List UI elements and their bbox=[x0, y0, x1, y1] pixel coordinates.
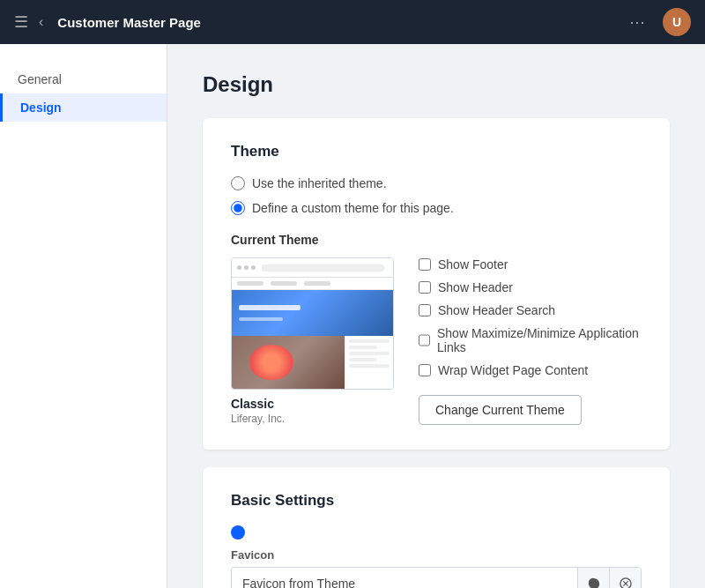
theme-radio-group: Use the inherited theme. Define a custom… bbox=[231, 176, 642, 215]
favicon-input-row: Favicon from Theme bbox=[231, 567, 642, 588]
page-title: Design bbox=[203, 72, 670, 97]
preview-line-4 bbox=[349, 358, 377, 361]
theme-company: Liferay, Inc. bbox=[231, 413, 394, 425]
theme-card: Theme Use the inherited theme. Define a … bbox=[203, 118, 670, 450]
preview-dot-2 bbox=[244, 265, 249, 270]
checkbox-show-header-input[interactable] bbox=[419, 281, 431, 294]
preview-dot-1 bbox=[237, 265, 241, 270]
back-button[interactable]: ‹ bbox=[39, 14, 43, 30]
change-theme-btn-wrapper: Change Current Theme bbox=[419, 377, 642, 425]
preview-sidebar bbox=[345, 336, 393, 389]
favicon-label: Favicon bbox=[231, 548, 642, 562]
checkbox-wrap-widget[interactable]: Wrap Widget Page Content bbox=[419, 363, 642, 377]
sidebar: General Design bbox=[0, 44, 167, 588]
preview-hero-content bbox=[239, 305, 301, 321]
radio-inherited[interactable]: Use the inherited theme. bbox=[231, 176, 642, 190]
current-theme-label: Current Theme bbox=[231, 233, 642, 247]
basic-settings-title: Basic Settings bbox=[231, 492, 642, 510]
theme-preview-wrapper: Classic Liferay, Inc. bbox=[231, 257, 394, 425]
favicon-value: Favicon from Theme bbox=[232, 569, 577, 588]
checkbox-wrap-widget-input[interactable] bbox=[419, 364, 431, 376]
page-breadcrumb: Customer Master Page bbox=[57, 15, 619, 30]
theme-card-title: Theme bbox=[231, 143, 642, 160]
preview-hero-sub bbox=[239, 317, 283, 321]
avatar[interactable]: U bbox=[663, 8, 691, 36]
checkbox-show-maximize-input[interactable] bbox=[419, 334, 430, 346]
preview-nav bbox=[232, 278, 393, 290]
preview-line-2 bbox=[349, 346, 377, 349]
checkbox-show-header-search-input[interactable] bbox=[419, 304, 431, 316]
preview-nav-item-2 bbox=[271, 281, 297, 286]
checkbox-show-header[interactable]: Show Header bbox=[419, 280, 642, 294]
preview-line-5 bbox=[349, 364, 390, 368]
radio-custom-input[interactable] bbox=[231, 201, 245, 215]
theme-right-column: Show Footer Show Header Show Header Sear… bbox=[419, 257, 642, 425]
change-current-theme-button[interactable]: Change Current Theme bbox=[419, 395, 582, 425]
preview-url-bar bbox=[262, 264, 384, 272]
grid-icon[interactable]: ⋯ bbox=[629, 12, 645, 32]
basic-settings-card: Basic Settings Favicon Favicon from Them… bbox=[203, 467, 670, 588]
preview-dot-3 bbox=[251, 265, 256, 270]
preview-bottom bbox=[232, 336, 393, 389]
blue-dot-indicator bbox=[231, 525, 245, 540]
preview-hero-text bbox=[239, 305, 301, 310]
sidebar-item-design[interactable]: Design bbox=[0, 93, 167, 122]
checkbox-show-maximize[interactable]: Show Maximize/Minimize Application Links bbox=[419, 326, 642, 354]
preview-line-1 bbox=[349, 339, 390, 343]
theme-checkbox-group: Show Footer Show Header Show Header Sear… bbox=[419, 257, 642, 377]
sidebar-item-general[interactable]: General bbox=[0, 65, 167, 93]
theme-info: Classic Liferay, Inc. bbox=[231, 397, 394, 425]
preview-food-image bbox=[232, 336, 345, 389]
checkbox-show-footer-input[interactable] bbox=[419, 258, 431, 271]
checkbox-show-footer[interactable]: Show Footer bbox=[419, 257, 642, 272]
favicon-replace-button[interactable] bbox=[577, 568, 609, 588]
checkbox-show-header-search[interactable]: Show Header Search bbox=[419, 303, 642, 317]
preview-nav-item-1 bbox=[237, 281, 263, 286]
radio-custom[interactable]: Define a custom theme for this page. bbox=[231, 201, 642, 215]
topbar: ☰ ‹ Customer Master Page ⋯ U bbox=[0, 0, 705, 44]
preview-nav-item-3 bbox=[304, 281, 330, 286]
theme-section: Classic Liferay, Inc. Show Footer Show H… bbox=[231, 257, 642, 425]
favicon-remove-button[interactable] bbox=[609, 568, 641, 588]
main-content: Design Theme Use the inherited theme. De… bbox=[167, 44, 705, 588]
theme-preview bbox=[231, 257, 394, 390]
preview-line-3 bbox=[349, 352, 390, 355]
sidebar-toggle-icon[interactable]: ☰ bbox=[14, 12, 28, 32]
preview-browser-bar bbox=[232, 258, 393, 278]
theme-name: Classic bbox=[231, 397, 394, 411]
preview-hero bbox=[232, 290, 393, 336]
radio-inherited-input[interactable] bbox=[231, 176, 245, 190]
layout: General Design Design Theme Use the inhe… bbox=[0, 44, 705, 588]
favicon-row: Favicon Favicon from Theme bbox=[231, 548, 642, 588]
